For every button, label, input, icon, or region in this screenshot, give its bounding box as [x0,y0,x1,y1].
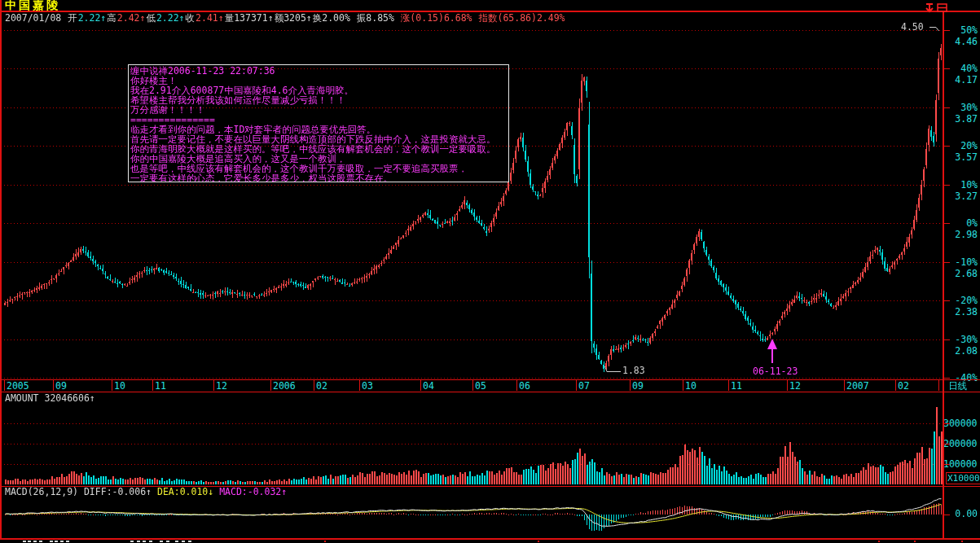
amount-value: AMOUNT 32046606↑ [5,392,95,404]
comment-line: 缠中说禅2006-11-23 22:07:36 [130,66,507,76]
amount-indicator-label: AMOUNT 32046606↑ [5,393,95,403]
stock-chart-app: 中国嘉陵 2007/01/08 开2.22↑高2.42↑低2.22↑收2.41↑… [0,0,980,543]
quote-field: 2.42↑ [117,12,146,24]
macd-zero-label: 0.00 [945,509,978,519]
quote-field: 额3205↑ [275,12,312,24]
volume-multiplier-badge: X10000 [946,472,980,484]
macd-value: DEA:0.010↓ [157,486,219,497]
quote-field: 2007/01/08 [5,12,67,24]
stock-name: 中国嘉陵 [5,0,60,11]
macd-value: DIFF:-0.006↑ [84,486,157,497]
macd-value: MACD(26,12,9) [5,486,84,497]
quote-field: 开 [68,12,77,24]
quote-field: 量137371↑ [225,12,274,24]
quote-field: 换2.00% [313,12,356,24]
low-price-marker: 1.83 [622,366,645,375]
quote-field: 低 [146,12,156,24]
comment-line: 一定要有这样的心态，它爱长多少是多少，权当这股票不存在。 [130,173,507,182]
anchor-window-icon [925,2,949,13]
quote-field: 振8.85% [357,12,400,24]
quote-field: 2.22↑ [156,12,185,24]
quote-info-bar: 2007/01/08 开2.22↑高2.42↑低2.22↑收2.41↑量1373… [5,13,566,23]
macd-indicator-label: MACD(26,12,9) DIFF:-0.006↑ DEA:0.010↓ MA… [5,487,287,497]
quote-field: 2.22↑ [78,12,107,24]
quote-field: 高 [107,12,116,24]
quote-field: 2.41↑ [196,12,224,24]
window-controls[interactable] [925,1,949,16]
event-date-marker: 06-11-23 [753,366,798,376]
comment-overlay: 缠中说禅2006-11-23 22:07:36 你好楼主！ 我在2.91介入60… [128,64,509,182]
quote-field: 收 [186,12,196,24]
period-selector[interactable]: 日线 [948,381,967,391]
high-price-marker: 4.50 [901,22,924,32]
quote-field: 指数(65.86)2.49% [478,12,565,24]
quote-field: 涨(0.15)6.68% [401,12,478,24]
macd-value: MACD:-0.032↑ [219,486,287,497]
